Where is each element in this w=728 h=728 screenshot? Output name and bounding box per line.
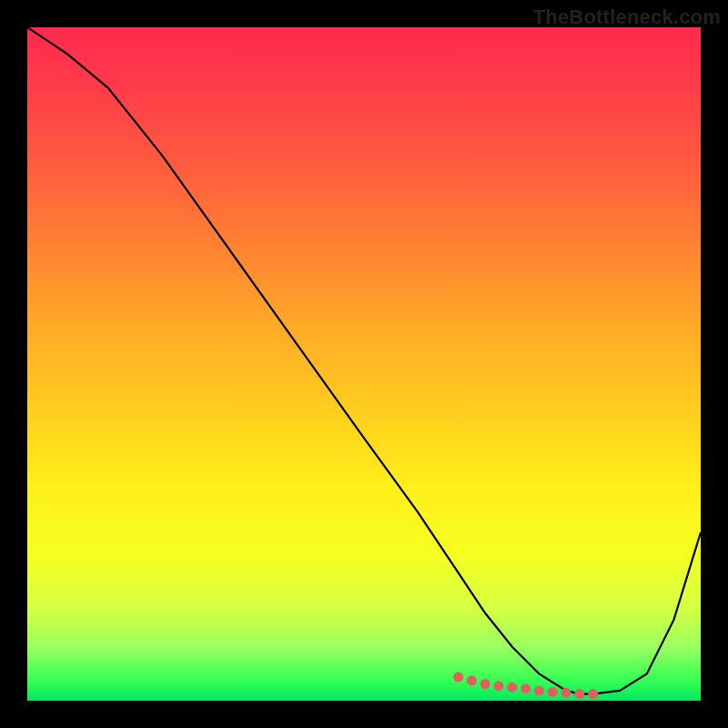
marker-dot <box>480 679 490 689</box>
chart-optimal-markers <box>453 672 598 700</box>
watermark-text: TheBottleneck.com <box>533 5 721 29</box>
marker-dot <box>453 672 463 682</box>
chart-plot-area <box>27 27 701 701</box>
marker-dot <box>574 689 584 699</box>
marker-dot <box>588 689 598 699</box>
marker-dot <box>534 685 544 695</box>
marker-dot <box>561 688 571 698</box>
chart-series-curve <box>27 27 701 694</box>
marker-dot <box>507 682 517 693</box>
marker-dot <box>548 687 558 697</box>
marker-dot <box>494 681 504 691</box>
chart-svg <box>27 27 701 701</box>
marker-dot <box>521 683 531 693</box>
marker-dot <box>467 675 477 685</box>
